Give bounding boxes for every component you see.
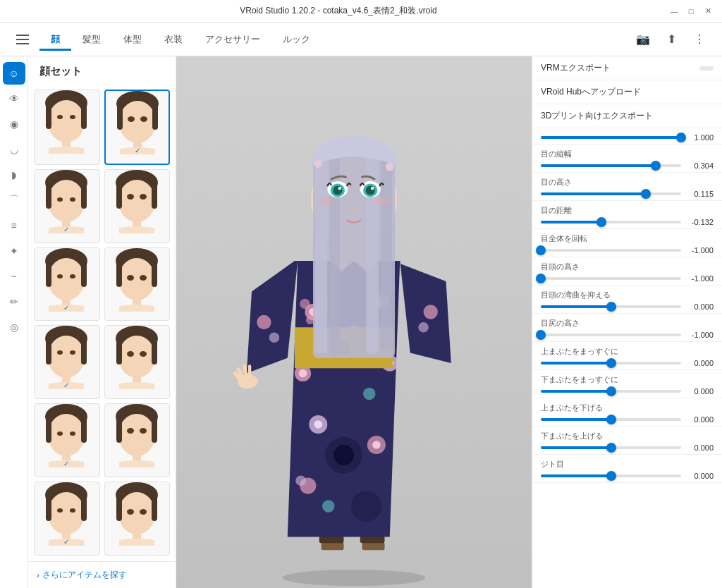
- mouth-icon[interactable]: ◡: [3, 138, 25, 161]
- vrm-export-button[interactable]: [699, 66, 714, 71]
- extra-icon[interactable]: ◎: [3, 316, 25, 338]
- menu-icon[interactable]: [11, 28, 34, 51]
- param-slider-3[interactable]: [541, 245, 681, 255]
- title-text: VRoid Studio 1.20.2 - cotaka_v4.6_表情2_和装…: [8, 5, 668, 17]
- param-slider-4[interactable]: [541, 274, 681, 283]
- svg-rect-72: [81, 418, 87, 443]
- share-icon[interactable]: ⬆: [660, 28, 683, 51]
- nav-tab-アクセサリー[interactable]: アクセサリー: [194, 30, 271, 51]
- maximize-button[interactable]: □: [685, 6, 697, 17]
- viewport[interactable]: [176, 56, 532, 588]
- svg-point-74: [70, 431, 75, 436]
- param-slider-10[interactable]: [541, 443, 681, 453]
- face-thumb-svg: [105, 482, 169, 546]
- face-item-5[interactable]: ✓: [34, 247, 100, 321]
- param-slider-6[interactable]: [541, 330, 681, 340]
- svg-point-65: [127, 351, 134, 357]
- svg-point-45: [118, 258, 155, 300]
- face-item-2[interactable]: ✓: [104, 90, 171, 165]
- face-item-12[interactable]: [104, 482, 171, 556]
- 3d-print-row: 3Dプリント向けエクスポート: [532, 104, 722, 128]
- svg-point-132: [363, 388, 375, 400]
- svg-point-14: [140, 116, 147, 122]
- nav-tab-ルック[interactable]: ルック: [271, 30, 322, 51]
- eyelash-icon[interactable]: ≡: [3, 214, 25, 237]
- face-item-1[interactable]: [34, 90, 100, 165]
- svg-point-2: [48, 100, 85, 142]
- face-item-9[interactable]: ✓: [34, 403, 100, 477]
- top-export-value: 1.000: [685, 133, 714, 142]
- param-label-0: 目の縦幅: [541, 149, 714, 159]
- svg-rect-54: [46, 340, 51, 365]
- eye-icon[interactable]: 👁: [3, 87, 25, 110]
- param-slider-7[interactable]: [541, 358, 681, 368]
- vrm-export-row: VRMエクスポート: [532, 56, 722, 80]
- param-row-5: 目頭の湾曲を抑える 0.000: [532, 286, 722, 314]
- titlebar: VRoid Studio 1.20.2 - cotaka_v4.6_表情2_和装…: [0, 0, 722, 23]
- svg-text:✓: ✓: [63, 304, 69, 312]
- param-value-10: 0.000: [685, 443, 714, 452]
- svg-rect-20: [46, 184, 51, 209]
- param-slider-1[interactable]: [541, 189, 681, 199]
- face-item-11[interactable]: ✓: [34, 482, 100, 556]
- param-slider-5[interactable]: [541, 302, 681, 312]
- nav-tab-衣装[interactable]: 衣装: [153, 30, 194, 51]
- param-row-2: 目の距離 -0.132: [532, 201, 722, 229]
- face-item-10[interactable]: [104, 403, 171, 477]
- param-label-8: 下まぶたをまっすぐに: [541, 374, 714, 385]
- close-button[interactable]: ✕: [702, 6, 714, 17]
- svg-point-133: [322, 500, 334, 512]
- face-item-7[interactable]: ✓: [34, 325, 100, 399]
- svg-rect-71: [46, 418, 51, 443]
- face-icon[interactable]: ☺: [3, 62, 25, 85]
- svg-rect-46: [116, 262, 122, 287]
- top-export-slider[interactable]: [541, 133, 681, 142]
- svg-rect-105: [362, 542, 385, 551]
- svg-point-96: [118, 492, 155, 534]
- param-slider-2[interactable]: [541, 217, 681, 227]
- svg-rect-37: [46, 262, 51, 287]
- svg-line-143: [245, 366, 245, 373]
- more-icon[interactable]: ⋮: [688, 28, 711, 51]
- svg-rect-11: [117, 105, 123, 130]
- wrinkle-icon[interactable]: ~: [3, 265, 25, 288]
- svg-point-62: [118, 336, 155, 378]
- face-item-3[interactable]: ✓: [34, 169, 100, 243]
- param-row-3: 目全体を回転 -1.000: [532, 229, 722, 257]
- ear-icon[interactable]: ◗: [3, 164, 25, 186]
- face-item-8[interactable]: [104, 325, 171, 399]
- minimize-button[interactable]: —: [668, 6, 680, 17]
- nav-tab-顔[interactable]: 顔: [39, 30, 71, 51]
- face-thumb-svg: ✓: [35, 170, 98, 233]
- svg-point-66: [140, 351, 147, 357]
- param-slider-11[interactable]: [541, 471, 681, 481]
- svg-rect-104: [319, 536, 344, 543]
- face-item-6[interactable]: [104, 247, 171, 321]
- svg-rect-98: [152, 496, 157, 521]
- highlight-icon[interactable]: ✦: [3, 240, 25, 262]
- face-item-4[interactable]: [104, 169, 171, 243]
- svg-line-142: [238, 369, 241, 376]
- svg-point-13: [128, 116, 135, 122]
- nav-tab-髪型[interactable]: 髪型: [71, 30, 112, 51]
- param-row-11: ジト目 0.000: [532, 455, 722, 483]
- navbar: 顔髪型体型衣装アクセサリールック 📷 ⬆ ⋮: [0, 23, 722, 56]
- svg-rect-29: [116, 184, 122, 209]
- param-row-7: 上まぶたをまっすぐに 0.000: [532, 342, 722, 370]
- face-panel: 顔セット ✓✓✓✓✓✓ › さらにアイテムを探す: [28, 56, 176, 588]
- paint-icon[interactable]: ✏: [3, 290, 25, 313]
- face-thumb-svg: ✓: [35, 482, 98, 546]
- nose-icon[interactable]: ◉: [3, 113, 25, 135]
- param-slider-0[interactable]: [541, 161, 681, 171]
- svg-rect-103: [322, 542, 344, 551]
- right-panel: VRMエクスポート VRoid Hubへアップロード 3Dプリント向けエクスポー…: [532, 56, 722, 588]
- svg-point-31: [127, 194, 134, 200]
- find-more-button[interactable]: › さらにアイテムを探す: [28, 561, 176, 588]
- eyebrow-icon[interactable]: ⌒: [3, 189, 25, 212]
- param-slider-8[interactable]: [541, 386, 681, 396]
- param-slider-9[interactable]: [541, 415, 681, 424]
- camera-icon[interactable]: 📷: [632, 28, 654, 51]
- window-controls: — □ ✕: [668, 6, 714, 17]
- nav-tab-体型[interactable]: 体型: [112, 30, 153, 51]
- face-thumb-svg: [105, 248, 169, 312]
